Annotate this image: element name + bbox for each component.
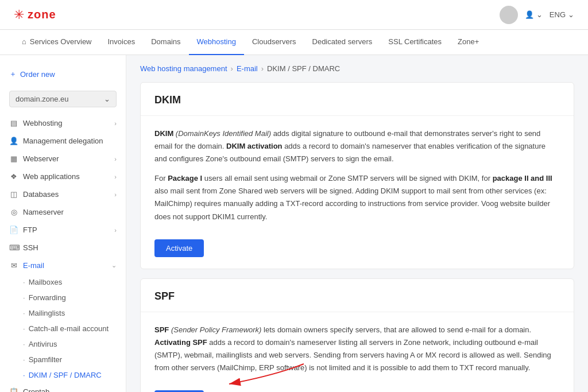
breadcrumb-webhosting[interactable]: Web hosting management <box>140 64 227 73</box>
crontab-icon: 📋 <box>9 387 18 392</box>
dropdown-chevron-icon: ⌄ <box>104 95 110 103</box>
sidebar-item-mailboxes[interactable]: Mailboxes <box>23 274 126 290</box>
nav-item-services[interactable]: ⌂ Services Overview <box>14 30 100 55</box>
sidebar-item-ftp[interactable]: 📄 FTP <box>0 221 126 239</box>
web-apps-icon: ❖ <box>9 172 18 181</box>
email-submenu: Mailboxes Forwarding Mailinglists Catch-… <box>0 274 126 383</box>
chevron-right-icon <box>114 120 117 127</box>
delegation-icon: 👤 <box>9 137 18 145</box>
sidebar-item-management-delegation[interactable]: 👤 Management delegation <box>0 132 126 150</box>
chevron-right-icon <box>114 227 117 234</box>
home-icon: ⌂ <box>22 37 26 46</box>
chevron-down-icon <box>111 262 117 269</box>
dkim-paragraph-2: For Package I users all email sent using… <box>154 172 560 223</box>
main-content: Web hosting management › E-mail › DKIM /… <box>126 55 588 392</box>
nav-item-cloudservers[interactable]: Cloudservers <box>244 30 304 55</box>
sidebar-item-forwarding[interactable]: Forwarding <box>23 290 126 305</box>
dkim-activate-button[interactable]: Activate <box>154 239 204 257</box>
main-nav: ⌂ Services Overview Invoices Domains Web… <box>0 30 588 55</box>
sidebar-item-webhosting[interactable]: ▤ Webhosting <box>0 114 126 132</box>
logo[interactable]: ✳ zone <box>14 7 56 22</box>
logo-text: zone <box>28 8 56 21</box>
chevron-right-icon <box>114 156 117 162</box>
dkim-paragraph-1: DKIM (DomainKeys Identified Mail) adds d… <box>154 127 560 165</box>
chevron-down-icon: ⌄ <box>536 10 543 19</box>
person-icon: 👤 <box>525 10 534 19</box>
breadcrumb-email[interactable]: E-mail <box>237 64 258 73</box>
lang-label: ENG <box>550 10 566 19</box>
domain-dropdown[interactable]: domain.zone.eu ⌄ <box>9 91 117 107</box>
header-right: 👤 ⌄ ENG ⌄ <box>500 6 574 24</box>
sidebar-item-crontab[interactable]: 📋 Crontab <box>0 383 126 392</box>
webserver-icon: ▦ <box>9 154 18 163</box>
spf-card-body: SPF (Sender Policy Framework) lets domai… <box>141 312 574 392</box>
sidebar-section: ▤ Webhosting 👤 Management delegation ▦ W… <box>0 114 126 392</box>
databases-icon: ◫ <box>9 190 18 199</box>
zone-logo-icon: ✳ <box>14 7 24 22</box>
sidebar-item-catch-all[interactable]: Catch-all e-mail account <box>23 321 126 336</box>
webhosting-icon: ▤ <box>9 119 18 127</box>
user-menu[interactable]: 👤 ⌄ <box>525 10 543 19</box>
sidebar-item-databases[interactable]: ◫ Databases <box>0 185 126 203</box>
sidebar-item-web-applications[interactable]: ❖ Web applications <box>0 168 126 185</box>
nav-item-invoices[interactable]: Invoices <box>100 30 144 55</box>
dkim-card-body: DKIM (DomainKeys Identified Mail) adds d… <box>141 116 574 269</box>
chevron-right-icon <box>114 173 117 180</box>
ftp-icon: 📄 <box>9 226 18 234</box>
dkim-title: DKIM <box>141 83 574 116</box>
nav-item-zone-plus[interactable]: Zone+ <box>450 30 487 55</box>
nav-item-webhosting[interactable]: Webhosting <box>189 30 244 55</box>
sidebar-item-dkim-spf-dmarc[interactable]: DKIM / SPF / DMARC <box>23 367 126 383</box>
nameserver-icon: ◎ <box>9 208 18 216</box>
plus-icon: ＋ <box>9 69 17 79</box>
nav-item-dedicated-servers[interactable]: Dedicated servers <box>304 30 381 55</box>
breadcrumb-sep-1: › <box>231 64 233 73</box>
header: ✳ zone 👤 ⌄ ENG ⌄ <box>0 0 588 30</box>
sidebar-item-ssh[interactable]: ⌨ SSH <box>0 239 126 257</box>
sidebar: ＋ Order new domain.zone.eu ⌄ ▤ Webhostin… <box>0 55 126 392</box>
dkim-card: DKIM DKIM (DomainKeys Identified Mail) a… <box>140 82 574 269</box>
breadcrumb-current: DKIM / SPF / DMARC <box>267 64 340 73</box>
email-icon: ✉ <box>9 261 18 270</box>
sidebar-item-email[interactable]: ✉ E-mail <box>0 257 126 274</box>
arrow-annotation: Activate <box>154 381 560 392</box>
sidebar-item-spamfilter[interactable]: Spamfilter <box>23 352 126 367</box>
chevron-right-icon <box>114 191 117 198</box>
spf-title: SPF <box>141 279 574 312</box>
sidebar-item-antivirus[interactable]: Antivirus <box>23 336 126 352</box>
lang-chevron-icon: ⌄ <box>568 10 574 19</box>
nav-item-ssl[interactable]: SSL Certificates <box>380 30 450 55</box>
nav-item-domains[interactable]: Domains <box>143 30 188 55</box>
language-menu[interactable]: ENG ⌄ <box>550 10 574 19</box>
ssh-icon: ⌨ <box>9 243 18 252</box>
spf-card: SPF SPF (Sender Policy Framework) lets d… <box>140 278 574 392</box>
breadcrumb-sep-2: › <box>261 64 264 73</box>
breadcrumb: Web hosting management › E-mail › DKIM /… <box>140 64 574 73</box>
order-new-button[interactable]: ＋ Order new <box>0 64 126 84</box>
spf-paragraph: SPF (Sender Policy Framework) lets domai… <box>154 324 560 374</box>
avatar <box>500 6 518 24</box>
sidebar-item-mailinglists[interactable]: Mailinglists <box>23 305 126 321</box>
sidebar-item-nameserver[interactable]: ◎ Nameserver <box>0 203 126 221</box>
sidebar-item-webserver[interactable]: ▦ Webserver <box>0 150 126 168</box>
layout: ＋ Order new domain.zone.eu ⌄ ▤ Webhostin… <box>0 55 588 392</box>
